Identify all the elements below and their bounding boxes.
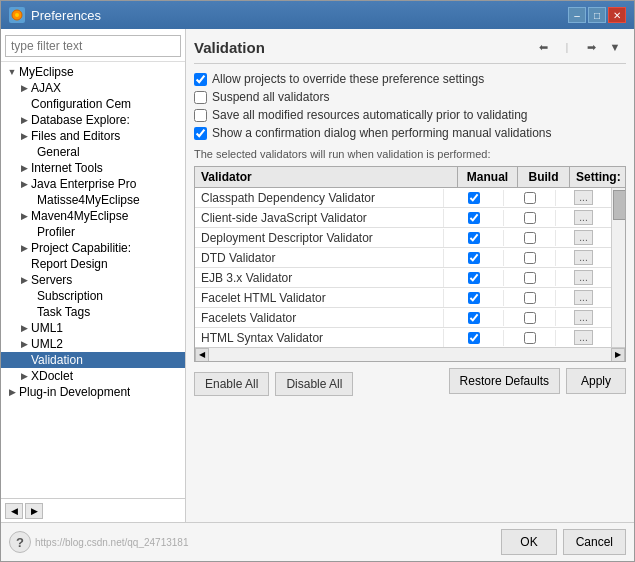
- build-checkbox-6[interactable]: [524, 292, 536, 304]
- filter-input[interactable]: [5, 35, 181, 57]
- tree-item-uml2[interactable]: UML2: [1, 336, 185, 352]
- cell-validator-6: Facelet HTML Validator: [195, 289, 444, 307]
- build-checkbox-1[interactable]: [524, 192, 536, 204]
- show-confirmation-checkbox[interactable]: [194, 127, 207, 140]
- build-checkbox-8[interactable]: [524, 332, 536, 344]
- enable-all-button[interactable]: Enable All: [194, 372, 269, 396]
- panel-nav-left[interactable]: ⬅: [532, 37, 554, 57]
- hscroll-right-button[interactable]: ▶: [611, 348, 625, 362]
- settings-button-1[interactable]: ...: [574, 190, 592, 205]
- tree-item-config-center[interactable]: Configuration Cem: [1, 96, 185, 112]
- hscroll-left-button[interactable]: ◀: [195, 348, 209, 362]
- hscroll-track: [209, 348, 611, 361]
- manual-checkbox-6[interactable]: [468, 292, 480, 304]
- col-header-manual: Manual: [458, 167, 518, 187]
- allow-override-checkbox[interactable]: [194, 73, 207, 86]
- tree-item-uml1[interactable]: UML1: [1, 320, 185, 336]
- tree-item-internet-tools[interactable]: Internet Tools: [1, 160, 185, 176]
- cell-build-4: [504, 250, 556, 266]
- ok-button[interactable]: OK: [501, 529, 556, 555]
- tree-item-maven[interactable]: Maven4MyEclipse: [1, 208, 185, 224]
- filter-box: [1, 29, 185, 62]
- build-checkbox-3[interactable]: [524, 232, 536, 244]
- settings-button-4[interactable]: ...: [574, 250, 592, 265]
- settings-button-2[interactable]: ...: [574, 210, 592, 225]
- table-row: DTD Validator ...: [195, 248, 611, 268]
- cell-settings-6: ...: [556, 288, 611, 307]
- manual-checkbox-1[interactable]: [468, 192, 480, 204]
- save-modified-checkbox[interactable]: [194, 109, 207, 122]
- build-checkbox-7[interactable]: [524, 312, 536, 324]
- settings-button-5[interactable]: ...: [574, 270, 592, 285]
- suspend-validators-checkbox[interactable]: [194, 91, 207, 104]
- title-bar: Preferences – □ ✕: [1, 1, 634, 29]
- tree-item-general[interactable]: General: [1, 144, 185, 160]
- help-button[interactable]: ?: [9, 531, 31, 553]
- manual-checkbox-3[interactable]: [468, 232, 480, 244]
- tree-item-db-explorer[interactable]: Database Explore:: [1, 112, 185, 128]
- tree-item-subscription[interactable]: Subscription: [1, 288, 185, 304]
- minimize-button[interactable]: –: [568, 7, 586, 23]
- tree-item-matisse[interactable]: Matisse4MyEclipse: [1, 192, 185, 208]
- scrollbar-thumb[interactable]: [613, 190, 626, 220]
- manual-checkbox-2[interactable]: [468, 212, 480, 224]
- disable-all-button[interactable]: Disable All: [275, 372, 353, 396]
- cell-manual-3: [444, 230, 504, 246]
- build-checkbox-2[interactable]: [524, 212, 536, 224]
- cell-manual-4: [444, 250, 504, 266]
- expand-arrow-internet: [17, 161, 31, 175]
- window-title: Preferences: [31, 8, 101, 23]
- manual-checkbox-5[interactable]: [468, 272, 480, 284]
- cell-manual-5: [444, 270, 504, 286]
- bottom-left: ? https://blog.csdn.net/qq_24713181: [9, 531, 188, 553]
- cancel-button[interactable]: Cancel: [563, 529, 626, 555]
- manual-checkbox-4[interactable]: [468, 252, 480, 264]
- panel-nav: ⬅ | ➡ ▼: [532, 37, 626, 57]
- settings-button-6[interactable]: ...: [574, 290, 592, 305]
- tree-item-validation[interactable]: Validation: [1, 352, 185, 368]
- tree-item-report-design[interactable]: Report Design: [1, 256, 185, 272]
- tree-item-java-enterprise[interactable]: Java Enterprise Pro: [1, 176, 185, 192]
- cell-build-3: [504, 230, 556, 246]
- sidebar-nav-arrows: ◀ ▶: [5, 503, 43, 519]
- info-text: The selected validators will run when va…: [194, 148, 626, 160]
- maximize-button[interactable]: □: [588, 7, 606, 23]
- panel-nav-right[interactable]: ➡: [580, 37, 602, 57]
- settings-button-7[interactable]: ...: [574, 310, 592, 325]
- url-text: https://blog.csdn.net/qq_24713181: [35, 537, 188, 548]
- vertical-scrollbar[interactable]: [611, 188, 625, 347]
- apply-button[interactable]: Apply: [566, 368, 626, 394]
- tree-item-profiler[interactable]: Profiler: [1, 224, 185, 240]
- table-row: Client-side JavaScript Validator ...: [195, 208, 611, 228]
- save-modified-label: Save all modified resources automaticall…: [212, 108, 528, 122]
- sidebar: MyEclipse AJAX Configuration Cem Databas…: [1, 29, 186, 522]
- manual-checkbox-7[interactable]: [468, 312, 480, 324]
- cell-build-6: [504, 290, 556, 306]
- cell-settings-7: ...: [556, 308, 611, 327]
- eclipse-icon: [9, 7, 25, 23]
- expand-arrow-uml1: [17, 321, 31, 335]
- tree-item-servers[interactable]: Servers: [1, 272, 185, 288]
- tree-item-ajax[interactable]: AJAX: [1, 80, 185, 96]
- sidebar-forward-button[interactable]: ▶: [25, 503, 43, 519]
- title-bar-controls: – □ ✕: [568, 7, 626, 23]
- build-checkbox-4[interactable]: [524, 252, 536, 264]
- close-button[interactable]: ✕: [608, 7, 626, 23]
- settings-button-3[interactable]: ...: [574, 230, 592, 245]
- table-scroll-area: Classpath Dependency Validator ... Clien…: [195, 188, 625, 347]
- tree-item-files-editors[interactable]: Files and Editors: [1, 128, 185, 144]
- restore-defaults-button[interactable]: Restore Defaults: [449, 368, 560, 394]
- sidebar-back-button[interactable]: ◀: [5, 503, 23, 519]
- panel-nav-dropdown[interactable]: ▼: [604, 37, 626, 57]
- expand-arrow-files: [17, 129, 31, 143]
- tree-item-xdoclet[interactable]: XDoclet: [1, 368, 185, 384]
- tree-item-myeclipse[interactable]: MyEclipse: [1, 64, 185, 80]
- tree-item-project-cap[interactable]: Project Capabilitie:: [1, 240, 185, 256]
- cell-settings-1: ...: [556, 188, 611, 207]
- tree-item-plugin-dev[interactable]: Plug-in Development: [1, 384, 185, 400]
- manual-checkbox-8[interactable]: [468, 332, 480, 344]
- cell-build-2: [504, 210, 556, 226]
- settings-button-8[interactable]: ...: [574, 330, 592, 345]
- tree-item-task-tags[interactable]: Task Tags: [1, 304, 185, 320]
- build-checkbox-5[interactable]: [524, 272, 536, 284]
